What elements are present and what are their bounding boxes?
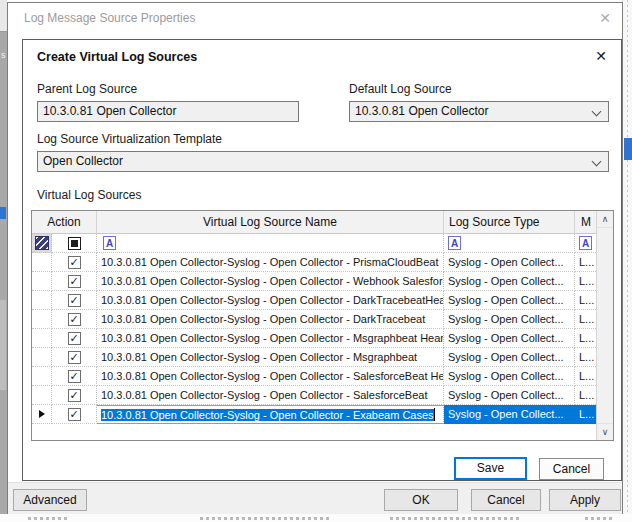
background-window-right-edge: [622, 0, 632, 522]
virtualization-template-select[interactable]: Open Collector: [37, 151, 609, 172]
filter-m-cell[interactable]: A: [575, 234, 598, 253]
row-checkbox[interactable]: ✓: [68, 332, 81, 345]
row-name-cell[interactable]: 10.3.0.81 Open Collector-Syslog - Open C…: [97, 386, 444, 405]
row-indicator-cell[interactable]: [32, 253, 52, 272]
outer-close-icon[interactable]: ✕: [594, 7, 616, 29]
row-type-cell[interactable]: Syslog - Open Collect...: [444, 253, 575, 272]
row-type-cell[interactable]: Syslog - Open Collect...: [444, 405, 575, 424]
row-type-cell[interactable]: Syslog - Open Collect...: [444, 310, 575, 329]
row-type-cell[interactable]: Syslog - Open Collect...: [444, 272, 575, 291]
row-checkbox[interactable]: ✓: [68, 389, 81, 402]
row-indicator-cell[interactable]: [32, 386, 52, 405]
row-name-cell[interactable]: 10.3.0.81 Open Collector-Syslog - Open C…: [97, 348, 444, 367]
row-indicator-cell[interactable]: [32, 405, 52, 424]
row-m-cell[interactable]: L...: [575, 405, 598, 424]
create-virtual-log-sources-dialog: Create Virtual Log Sources ✕ Parent Log …: [22, 39, 622, 481]
column-header-action[interactable]: Action: [32, 211, 97, 234]
column-header-name[interactable]: Virtual Log Source Name: [97, 211, 444, 234]
row-name-cell[interactable]: 10.3.0.81 Open Collector-Syslog - Open C…: [97, 310, 444, 329]
indeterminate-checkbox-icon[interactable]: [68, 237, 81, 250]
apply-button[interactable]: Apply: [549, 489, 621, 511]
row-checkbox[interactable]: ✓: [68, 256, 81, 269]
inner-close-icon[interactable]: ✕: [591, 46, 611, 66]
text-filter-icon[interactable]: A: [103, 236, 116, 250]
column-header-type[interactable]: Log Source Type: [444, 211, 575, 234]
row-checkbox[interactable]: ✓: [68, 351, 81, 364]
text-filter-icon[interactable]: A: [448, 236, 461, 250]
table-row[interactable]: ✓ 10.3.0.81 Open Collector-Syslog - Open…: [32, 253, 596, 272]
grid-vertical-scrollbar[interactable]: ∧ ∨: [596, 211, 613, 440]
row-action-cell[interactable]: ✓: [52, 291, 97, 310]
row-indicator-cell[interactable]: [32, 291, 52, 310]
default-log-source-select[interactable]: 10.3.0.81 Open Collector: [349, 101, 609, 122]
outer-cancel-button[interactable]: Cancel: [471, 489, 541, 511]
row-checkbox[interactable]: ✓: [68, 408, 81, 421]
row-action-cell[interactable]: ✓: [52, 310, 97, 329]
row-name-cell[interactable]: 10.3.0.81 Open Collector-Syslog - Open C…: [97, 367, 444, 386]
row-action-cell[interactable]: ✓: [52, 367, 97, 386]
screen: s Log Message Source Properties ✕ Advanc…: [0, 0, 632, 522]
text-filter-icon[interactable]: A: [579, 236, 592, 250]
filter-select-all-cell[interactable]: [32, 234, 52, 253]
row-indicator-cell[interactable]: [32, 310, 52, 329]
row-checkbox[interactable]: ✓: [68, 294, 81, 307]
row-indicator-cell[interactable]: [32, 329, 52, 348]
row-m-cell[interactable]: L...: [575, 348, 598, 367]
row-name-cell[interactable]: 10.3.0.81 Open Collector-Syslog - Open C…: [97, 405, 444, 424]
parent-log-source-field[interactable]: 10.3.0.81 Open Collector: [37, 101, 299, 122]
row-action-cell[interactable]: ✓: [52, 253, 97, 272]
table-row[interactable]: ✓ 10.3.0.81 Open Collector-Syslog - Open…: [32, 348, 596, 367]
row-m-cell[interactable]: L...: [575, 310, 598, 329]
row-m-cell[interactable]: L...: [575, 291, 598, 310]
row-checkbox[interactable]: ✓: [68, 275, 81, 288]
save-button[interactable]: Save: [454, 457, 527, 480]
row-indicator-cell[interactable]: [32, 272, 52, 291]
scroll-down-icon[interactable]: ∨: [597, 423, 613, 440]
row-m-cell[interactable]: L...: [575, 329, 598, 348]
row-action-cell[interactable]: ✓: [52, 272, 97, 291]
hatch-filter-icon[interactable]: [35, 236, 49, 250]
row-type-cell[interactable]: Syslog - Open Collect...: [444, 291, 575, 310]
row-type-cell[interactable]: Syslog - Open Collect...: [444, 348, 575, 367]
row-type-cell[interactable]: Syslog - Open Collect...: [444, 329, 575, 348]
row-name-cell[interactable]: 10.3.0.81 Open Collector-Syslog - Open C…: [97, 272, 444, 291]
table-row[interactable]: ✓ 10.3.0.81 Open Collector-Syslog - Open…: [32, 310, 596, 329]
row-m-cell[interactable]: L...: [575, 272, 598, 291]
table-row[interactable]: ✓ 10.3.0.81 Open Collector-Syslog - Open…: [32, 329, 596, 348]
default-log-source-label: Default Log Source: [349, 82, 452, 96]
table-row[interactable]: ✓ 10.3.0.81 Open Collector-Syslog - Open…: [32, 386, 596, 405]
column-header-m[interactable]: M: [575, 211, 598, 234]
row-checkbox[interactable]: ✓: [68, 313, 81, 326]
row-indicator-cell[interactable]: [32, 348, 52, 367]
inner-dialog-title: Create Virtual Log Sources: [37, 50, 197, 64]
table-row[interactable]: ✓ 10.3.0.81 Open Collector-Syslog - Open…: [32, 367, 596, 386]
inner-cancel-button[interactable]: Cancel: [539, 458, 604, 480]
row-name-cell[interactable]: 10.3.0.81 Open Collector-Syslog - Open C…: [97, 253, 444, 272]
row-name-cell[interactable]: 10.3.0.81 Open Collector-Syslog - Open C…: [97, 329, 444, 348]
row-m-cell[interactable]: L...: [575, 367, 598, 386]
row-action-cell[interactable]: ✓: [52, 405, 97, 424]
row-checkbox[interactable]: ✓: [68, 370, 81, 383]
row-indicator-cell[interactable]: [32, 367, 52, 386]
grid-filter-row: A A A: [32, 234, 596, 253]
ok-button[interactable]: OK: [384, 489, 458, 511]
scroll-up-icon[interactable]: ∧: [597, 211, 613, 228]
row-m-cell[interactable]: L...: [575, 386, 598, 405]
row-name-cell[interactable]: 10.3.0.81 Open Collector-Syslog - Open C…: [97, 291, 444, 310]
table-row[interactable]: ✓ 10.3.0.81 Open Collector-Syslog - Open…: [32, 405, 596, 424]
row-m-cell[interactable]: L...: [575, 253, 598, 272]
advanced-button[interactable]: Advanced: [13, 489, 87, 511]
row-type-cell[interactable]: Syslog - Open Collect...: [444, 367, 575, 386]
log-message-source-properties-dialog: Log Message Source Properties ✕ Advanced…: [7, 2, 623, 514]
row-action-cell[interactable]: ✓: [52, 386, 97, 405]
virtualization-template-value: Open Collector: [43, 154, 123, 168]
table-row[interactable]: ✓ 10.3.0.81 Open Collector-Syslog - Open…: [32, 272, 596, 291]
row-action-cell[interactable]: ✓: [52, 329, 97, 348]
row-action-cell[interactable]: ✓: [52, 348, 97, 367]
filter-type-cell[interactable]: A: [444, 234, 575, 253]
table-row[interactable]: ✓ 10.3.0.81 Open Collector-Syslog - Open…: [32, 291, 596, 310]
filter-name-cell[interactable]: A: [97, 234, 444, 253]
filter-action-cell[interactable]: [52, 234, 97, 253]
outer-titlebar[interactable]: Log Message Source Properties ✕: [8, 3, 622, 33]
row-type-cell[interactable]: Syslog - Open Collect...: [444, 386, 575, 405]
